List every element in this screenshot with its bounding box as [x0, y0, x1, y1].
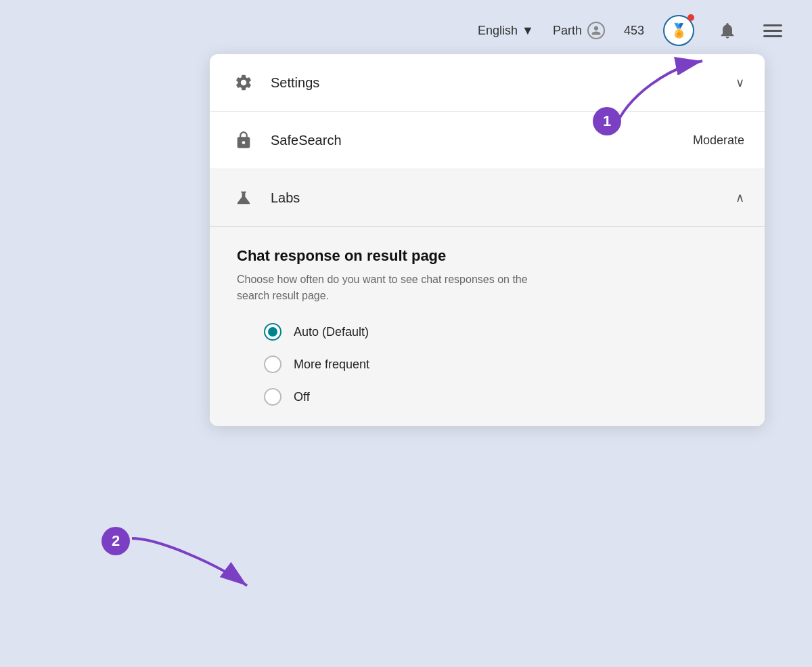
chat-feature-title: Chat response on result page: [237, 247, 738, 265]
labs-content: Chat response on result page Choose how …: [210, 227, 765, 426]
chat-feature-desc: Choose how often do you want to see chat…: [237, 272, 562, 304]
score-count: 453: [624, 24, 644, 38]
settings-chevron: ∨: [736, 75, 744, 90]
annotation-2-container: 2: [102, 527, 130, 555]
notification-dot: [687, 14, 694, 21]
safesearch-value: Moderate: [693, 133, 744, 148]
arrow-2-svg: [125, 532, 261, 599]
labs-chevron: ∧: [736, 190, 744, 205]
dropdown-panel: Settings ∨ SafeSearch Moderate Labs ∧ Ch…: [210, 54, 765, 426]
radio-auto-label: Auto (Default): [294, 325, 369, 339]
hamburger-button[interactable]: [761, 22, 785, 40]
safesearch-icon: [230, 127, 257, 154]
bell-icon: [718, 21, 737, 40]
navbar: English ▼ Parth 453 🏅: [0, 0, 812, 61]
user-avatar-icon: [587, 22, 605, 39]
radio-more-frequent[interactable]: More frequent: [264, 356, 738, 373]
safesearch-label: SafeSearch: [271, 133, 693, 148]
labs-header-row[interactable]: Labs ∧: [210, 169, 765, 227]
settings-icon: [230, 69, 257, 96]
safesearch-row[interactable]: SafeSearch Moderate: [210, 112, 765, 169]
language-selector[interactable]: English ▼: [478, 24, 534, 38]
radio-off-label: Off: [294, 390, 310, 404]
radio-frequent-label: More frequent: [294, 358, 369, 372]
language-chevron: ▼: [522, 24, 534, 38]
labs-section: Labs ∧ Chat response on result page Choo…: [210, 169, 765, 426]
user-profile[interactable]: Parth: [553, 22, 605, 39]
username-label: Parth: [553, 24, 582, 38]
labs-icon: [230, 184, 257, 211]
annotation-circle-2: 2: [102, 527, 130, 555]
language-label: English: [478, 24, 518, 38]
trophy-button[interactable]: 🏅: [663, 15, 694, 46]
bell-button[interactable]: [713, 16, 742, 45]
settings-label: Settings: [271, 75, 725, 91]
radio-auto-circle: [264, 323, 281, 341]
trophy-icon: 🏅: [671, 22, 687, 39]
radio-frequent-circle: [264, 356, 281, 373]
radio-auto-default[interactable]: Auto (Default): [264, 323, 738, 341]
radio-off-circle: [264, 388, 281, 406]
labs-label: Labs: [271, 190, 725, 206]
chat-response-radio-group: Auto (Default) More frequent Off: [264, 323, 738, 406]
settings-row[interactable]: Settings ∨: [210, 54, 765, 112]
radio-off[interactable]: Off: [264, 388, 738, 406]
